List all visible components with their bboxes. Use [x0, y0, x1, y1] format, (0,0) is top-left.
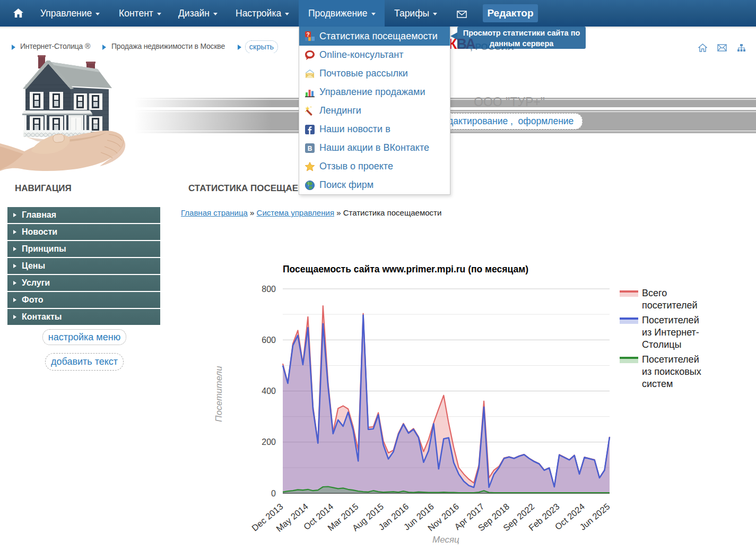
svg-text:В: В	[308, 144, 312, 152]
svg-text:800: 800	[262, 285, 276, 294]
svg-text:Посещаемость сайта www.primer.: Посещаемость сайта www.primer.mpi.ru (по…	[283, 264, 528, 274]
svg-text:Посетители: Посетители	[214, 366, 224, 422]
svg-text:?: ?	[306, 32, 309, 38]
svg-text:600: 600	[262, 336, 276, 345]
svg-text:400: 400	[262, 387, 276, 396]
svg-text:Месяц: Месяц	[432, 535, 459, 545]
svg-text:200: 200	[262, 437, 276, 447]
svg-text:0: 0	[271, 489, 276, 498]
